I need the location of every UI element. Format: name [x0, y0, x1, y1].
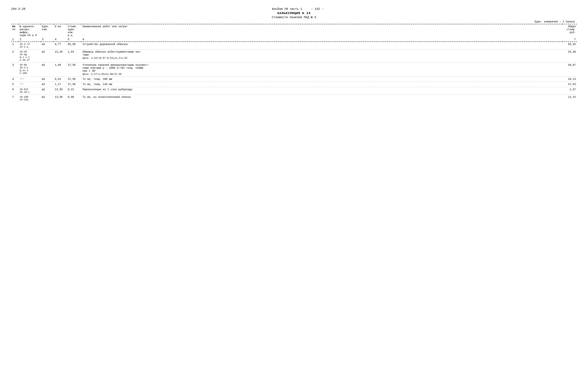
table-row: 218–10 24-4д Ц.1.ч.1 п.45,47м213,201,93О…: [11, 49, 577, 63]
row-name: Обшивка обвязки асбестоцементными лис- т…: [82, 49, 562, 63]
row-name: То же, толщ. 140 мм: [82, 82, 562, 87]
doc-number: 294-3-28: [11, 7, 33, 11]
col-num-1: 1: [11, 38, 19, 42]
row-cost: 37,50: [67, 82, 82, 87]
col-num-7: 7: [562, 38, 577, 42]
row-rate: 16-612 26-10-х: [19, 87, 41, 95]
album-info: Альбом УИ часть 1 – 142 –: [33, 7, 562, 11]
row-cost: 37,50: [67, 63, 82, 77]
table-row: 5–"–м31,2737,50То же, толщ. 140 мм47,63: [11, 82, 577, 87]
table-row: 319-66 28-3-х Ц.1ч.1 п.158м31,0937,50Уте…: [11, 63, 577, 77]
col-header-6: Наименование работ или затрат: [82, 24, 562, 38]
row-total: 34,13: [562, 77, 577, 82]
col-num-2: 2: [19, 38, 41, 42]
row-num: 1: [11, 42, 19, 49]
row-num: 3: [11, 63, 19, 77]
row-num: 4: [11, 77, 19, 82]
table-row: 115-2-72 23-1-ам30,7785,00Устройство дер…: [11, 42, 577, 49]
row-num: 2: [11, 49, 19, 63]
row-num: 5: [11, 82, 19, 87]
row-rate: 19-66 28-3-х Ц.1ч.1 п.158: [19, 63, 41, 77]
row-unit: м3: [41, 42, 54, 49]
row-qty: 1,27: [54, 82, 67, 87]
row-total: 12,15: [562, 95, 577, 102]
row-name: Устройство деревянной обвязки: [82, 42, 562, 49]
row-unit: м3: [41, 82, 54, 87]
row-cost: 85,00: [67, 42, 82, 49]
row-name: То же, толщ. 100 мм: [82, 77, 562, 82]
row-qty: 1,09: [54, 63, 67, 77]
col-header-7: Общаястоим.руб.: [562, 24, 577, 38]
title-main: КАЛЬКУЛЯЦИЯ № 24: [11, 11, 577, 15]
unit-measure: Един. измерения – 1 панель: [11, 20, 577, 23]
row-rate: –"–: [19, 77, 41, 82]
row-name: То же, из полиэтиленовой пленки: [82, 95, 562, 102]
row-qty: 13,50: [54, 87, 67, 95]
row-total: 2,97: [562, 87, 577, 95]
row-qty: 0,77: [54, 42, 67, 49]
row-total: 65,45: [562, 42, 577, 49]
row-unit: м3: [41, 77, 54, 82]
row-rate: –"–: [19, 82, 41, 87]
row-unit: м2: [41, 49, 54, 63]
row-unit: м3: [41, 63, 54, 77]
row-cost: 1,93: [67, 49, 82, 63]
row-qty: 13,20: [54, 49, 67, 63]
title-sub: Стоимости панелей ПКД № 5: [11, 16, 577, 19]
row-qty: 13,50: [54, 95, 67, 102]
row-total: 40,87: [562, 63, 577, 77]
col-header-1: №№пп: [11, 24, 19, 38]
row-total: 25,48: [562, 49, 577, 63]
col-num-3: 3: [41, 38, 54, 42]
row-rate: 18-188 24-23а: [19, 95, 41, 102]
row-unit: м2: [41, 87, 54, 95]
row-num: 6: [11, 87, 19, 95]
col-num-5: 5: [67, 38, 82, 42]
row-cost: 0,22: [67, 87, 82, 95]
row-num: 7: [11, 95, 19, 102]
row-qty: 0,91: [54, 77, 67, 82]
row-cost: 37,50: [67, 77, 82, 82]
row-cost: 0,90: [67, 95, 82, 102]
row-rate: 15-2-72 23-1-а: [19, 42, 41, 49]
col-header-3: Един.изм.: [41, 24, 54, 38]
row-name: Утепление панелей минераловатными полуже…: [82, 63, 562, 77]
row-total: 47,63: [562, 82, 577, 87]
col-num-4: 4: [54, 38, 67, 42]
table-row: 4–"–м30,9137,50То же, толщ. 100 мм34,13: [11, 77, 577, 82]
row-unit: м2: [41, 95, 54, 102]
col-header-5: Стоим.един.изм.р.к.: [67, 24, 82, 38]
table-row: 718-188 24-23ам213,500,90То же, из полиэ…: [11, 95, 577, 102]
row-rate: 18–10 24-4д Ц.1.ч.1 п.45,47: [19, 49, 41, 63]
table-row: 616-612 26-10-хм213,500,22Пароизоляция и…: [11, 87, 577, 95]
col-header-2: № единичн.расцен.шифри,норм СН и П: [19, 24, 41, 38]
col-header-4: К-во: [54, 24, 67, 38]
col-num-6: 6: [82, 38, 562, 42]
row-name: Пароизоляция из 1 слоя рубероида: [82, 87, 562, 95]
